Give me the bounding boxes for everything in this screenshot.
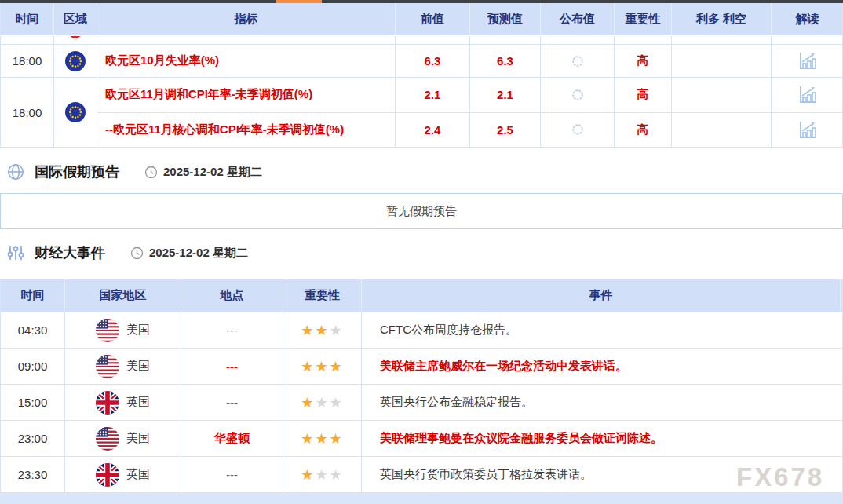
event-country: 美国 xyxy=(65,421,181,456)
star-empty-icon: ★ xyxy=(330,394,344,411)
indicator-header-label: 时间 xyxy=(16,12,39,27)
indicator-previous-value: 2.1 xyxy=(396,78,470,112)
time-text: 23:30 xyxy=(18,468,48,481)
indicator-name-link[interactable]: 欧元区10月失业率(%) xyxy=(97,45,396,77)
indicator-name-link[interactable]: 欧元区11月调和CPI年率-未季调初值(%) xyxy=(97,78,396,112)
indicator-table-header-row: 时间区域指标前值预测值公布值重要性利多 利空解读 xyxy=(1,3,842,36)
indicator-header-label: 公布值 xyxy=(560,12,595,27)
indicator-header-7: 利多 利空 xyxy=(672,3,772,35)
indicator-subrows: 欧元区11月调和CPI年率-未季调初值(%)2.12.1 高 --欧元区11月核… xyxy=(97,78,843,147)
uk-flag-icon xyxy=(96,463,119,487)
event-country: 英国 xyxy=(65,457,181,492)
economic-calendar-page: 时间区域指标前值预测值公布值重要性利多 利空解读18:00欧元区10月失业率(%… xyxy=(0,0,843,504)
indicator-subrow[interactable]: --欧元区11月核心调和CPI年率-未季调初值(%)2.42.5 高 xyxy=(97,113,843,148)
indicator-header-label: 区域 xyxy=(64,12,87,27)
indicator-header-0: 时间 xyxy=(1,3,54,35)
event-location: --- xyxy=(181,312,283,348)
indicator-name-text: 欧元区11月调和CPI年率-未季调初值(%) xyxy=(105,87,312,102)
star-filled-icon: ★ xyxy=(315,430,329,447)
star-filled-icon: ★ xyxy=(330,358,344,375)
importance-text: 高 xyxy=(637,87,649,102)
partial-cell-6 xyxy=(615,36,672,45)
holiday-empty-message: 暂无假期预告 xyxy=(386,204,457,219)
event-importance-stars: ★★★ xyxy=(283,421,362,456)
indicator-header-label: 解读 xyxy=(796,12,819,27)
holiday-section-header: 国际假期预告 2025-12-02 星期二 xyxy=(0,161,262,183)
partial-cell-0 xyxy=(1,36,54,45)
event-row[interactable]: 23:00 美国华盛顿★★★美联储理事鲍曼在众议院金融服务委员会做证词陈述。 xyxy=(1,421,842,457)
time-text: 18:00 xyxy=(13,106,42,119)
indicator-bullish-bearish xyxy=(672,113,772,148)
importance-text: 高 xyxy=(637,53,649,68)
event-row[interactable]: 09:00 美国---★★★美联储主席鲍威尔在一场纪念活动中发表讲话。 xyxy=(1,349,842,385)
indicator-region-flag xyxy=(54,78,97,147)
chart-icon xyxy=(797,51,818,71)
time-text: 18:00 xyxy=(13,54,42,68)
indicator-header-6: 重要性 xyxy=(615,3,672,35)
indicator-row[interactable]: 18:00欧元区11月调和CPI年率-未季调初值(%)2.12.1 高 --欧元… xyxy=(1,78,842,148)
event-description-link[interactable]: CFTC公布周度持仓报告。 xyxy=(362,312,841,348)
value-text: 2.1 xyxy=(497,88,513,101)
indicator-header-3: 前值 xyxy=(396,3,470,35)
indicator-published-pending xyxy=(541,45,615,77)
events-section-header: 财经大事件 2025-12-02 星期二 xyxy=(0,242,248,264)
spinner-icon xyxy=(571,123,584,136)
indicator-name-link[interactable]: --欧元区11月核心调和CPI年率-未季调初值(%) xyxy=(97,113,396,148)
sliders-icon xyxy=(6,243,25,262)
event-row[interactable]: 04:30 美国---★★★CFTC公布周度持仓报告。 xyxy=(1,312,842,349)
event-text: 英国央行公布金融稳定报告。 xyxy=(362,395,533,410)
event-time: 09:00 xyxy=(1,349,65,384)
location-text: --- xyxy=(226,323,238,337)
importance-text: 高 xyxy=(637,122,649,137)
event-row[interactable]: 23:30 英国---★★★英国央行货币政策委员丁格拉发表讲话。 xyxy=(1,457,842,493)
star-empty-icon: ★ xyxy=(330,466,344,484)
indicator-row-partial xyxy=(1,36,842,45)
event-description-link[interactable]: 英国央行公布金融稳定报告。 xyxy=(362,385,841,420)
events-header-0: 时间 xyxy=(1,279,65,312)
indicator-importance: 高 xyxy=(615,113,672,148)
country-name: 美国 xyxy=(126,359,150,374)
indicator-subrow[interactable]: 欧元区11月调和CPI年率-未季调初值(%)2.12.1 高 xyxy=(97,78,843,113)
event-description-link[interactable]: 美联储理事鲍曼在众议院金融服务委员会做证词陈述。 xyxy=(362,421,841,456)
event-description-link[interactable]: 英国央行货币政策委员丁格拉发表讲话。 xyxy=(362,457,841,492)
indicator-forecast-value: 2.5 xyxy=(470,113,541,148)
star-filled-icon: ★ xyxy=(315,358,329,375)
partial-cell-4 xyxy=(470,36,541,45)
event-importance-stars: ★★★ xyxy=(283,457,362,492)
country-name: 美国 xyxy=(126,431,150,446)
partial-cell-2 xyxy=(97,36,396,45)
star-empty-icon: ★ xyxy=(330,322,344,339)
country-name: 英国 xyxy=(126,467,150,482)
indicator-row[interactable]: 18:00欧元区10月失业率(%)6.36.3 高 xyxy=(1,45,842,78)
events-section-date: 2025-12-02 星期二 xyxy=(149,246,248,261)
event-location: --- xyxy=(181,349,283,384)
event-country: 美国 xyxy=(65,312,181,348)
star-filled-icon: ★ xyxy=(301,322,315,339)
event-time: 23:30 xyxy=(1,457,65,492)
eu-flag-icon xyxy=(65,51,86,71)
events-table-header-row: 时间国家地区地点重要性事件 xyxy=(1,279,842,312)
indicator-bullish-bearish xyxy=(672,78,772,112)
indicator-interpretation-button[interactable] xyxy=(772,45,843,77)
bottom-strip xyxy=(0,493,843,504)
event-time: 15:00 xyxy=(1,385,65,420)
event-importance-stars: ★★★ xyxy=(283,312,362,348)
event-description-link[interactable]: 美联储主席鲍威尔在一场纪念活动中发表讲话。 xyxy=(362,349,841,384)
holiday-empty-box: 暂无假期预告 xyxy=(0,193,843,229)
event-importance-stars: ★★★ xyxy=(283,385,362,420)
event-row[interactable]: 15:00 英国---★★★英国央行公布金融稳定报告。 xyxy=(1,385,842,421)
major-events-table: 时间国家地区地点重要性事件04:30 美国---★★★CFTC公布周度持仓报告。… xyxy=(0,279,843,493)
star-filled-icon: ★ xyxy=(330,430,344,447)
indicator-header-5: 公布值 xyxy=(541,3,615,35)
indicator-header-label: 利多 利空 xyxy=(696,12,746,27)
location-text: 华盛顿 xyxy=(214,431,250,446)
value-text: 2.1 xyxy=(425,88,441,101)
event-location: --- xyxy=(181,457,283,492)
indicator-header-label: 指标 xyxy=(235,12,258,27)
holiday-section-date: 2025-12-02 星期二 xyxy=(163,165,262,180)
events-header-label: 重要性 xyxy=(305,288,340,303)
indicator-published-pending xyxy=(541,113,615,148)
indicator-interpretation-button[interactable] xyxy=(772,78,843,112)
chart-icon xyxy=(797,120,818,140)
indicator-interpretation-button[interactable] xyxy=(772,113,843,148)
